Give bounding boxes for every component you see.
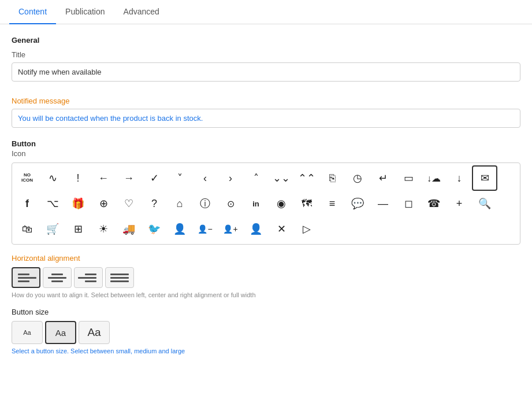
icon-arrow-right[interactable]: → <box>116 165 142 191</box>
icon-user-circle[interactable]: 👤 <box>243 216 269 242</box>
icon-sliders[interactable]: ⊞ <box>65 216 91 242</box>
title-input[interactable] <box>12 62 520 82</box>
icon-plus[interactable]: + <box>447 191 472 216</box>
icon-linkedin[interactable]: in <box>243 191 269 216</box>
icon-user-plus[interactable]: 👤+ <box>218 216 243 242</box>
icon-chevron-right[interactable]: › <box>218 165 243 191</box>
icon-home[interactable]: ⌂ <box>167 191 192 216</box>
icon-clock[interactable]: ◷ <box>345 165 370 191</box>
tab-bar: Content Publication Advanced <box>0 0 532 24</box>
size-large-button[interactable]: Aa <box>79 321 110 344</box>
icon-shopping-cart[interactable]: 🛒 <box>40 216 65 242</box>
icon-grid: NOICON ∿ ! ← → ✓ ˅ ‹ › ˄ ⌄⌄ ⌃⌃ ⎘ ◷ ↵ ▭ ↓… <box>12 162 520 245</box>
general-section-label: General <box>12 36 520 45</box>
icon-shopping-bag[interactable]: 🛍 <box>14 216 40 242</box>
icon-user-minus[interactable]: 👤− <box>192 216 218 242</box>
icon-twitter[interactable]: 🐦 <box>142 216 167 242</box>
general-section: General Title <box>12 36 520 91</box>
icon-rectangle[interactable]: ▭ <box>396 165 421 191</box>
icon-instagram[interactable]: ⊙ <box>218 191 243 216</box>
icon-sun[interactable]: ☀ <box>91 216 116 242</box>
icon-location[interactable]: ◉ <box>269 191 294 216</box>
icon-mail[interactable]: ✉ <box>472 165 497 191</box>
icon-check[interactable]: ✓ <box>142 165 167 191</box>
icon-no-icon[interactable]: NOICON <box>14 165 40 191</box>
icon-gift[interactable]: 🎁 <box>65 191 91 216</box>
icon-message[interactable]: 💬 <box>345 191 370 216</box>
alignment-label: Horizontal alignment <box>12 254 520 263</box>
button-section: Button Icon NOICON ∿ ! ← → ✓ ˅ ‹ › ˄ ⌄⌄ … <box>12 139 520 354</box>
button-section-label: Button <box>12 139 520 148</box>
icon-info[interactable]: ⓘ <box>192 191 218 216</box>
icon-menu[interactable]: ≡ <box>319 191 345 216</box>
icon-minus[interactable]: — <box>370 191 396 216</box>
icon-chevron-up[interactable]: ˄ <box>243 165 269 191</box>
alignment-options <box>12 267 520 288</box>
icon-help[interactable]: ? <box>142 191 167 216</box>
size-options: Aa Aa Aa <box>12 321 520 344</box>
icon-phone[interactable]: ☎ <box>421 191 447 216</box>
tab-content[interactable]: Content <box>9 0 56 24</box>
icon-user[interactable]: 👤 <box>167 216 192 242</box>
icon-chevron-left[interactable]: ‹ <box>192 165 218 191</box>
main-content: General Title Notified message Button Ic… <box>0 24 532 366</box>
icon-filter[interactable]: ⌥ <box>40 191 65 216</box>
icon-heart[interactable]: ♡ <box>116 191 142 216</box>
align-left-button[interactable] <box>12 267 40 288</box>
icon-map[interactable]: 🗺 <box>294 191 319 216</box>
align-right-button[interactable] <box>74 267 103 288</box>
notified-label: Notified message <box>12 97 520 105</box>
tab-publication[interactable]: Publication <box>56 0 114 24</box>
align-full-button[interactable] <box>105 267 134 288</box>
icon-clipboard[interactable]: ⎘ <box>319 165 345 191</box>
icon-globe[interactable]: ⊕ <box>91 191 116 216</box>
icon-download[interactable]: ↓ <box>447 165 472 191</box>
tab-advanced[interactable]: Advanced <box>114 0 169 24</box>
icon-play[interactable]: ▷ <box>294 216 319 242</box>
notified-message-section: Notified message <box>12 97 520 128</box>
size-medium-button[interactable]: Aa <box>45 321 76 344</box>
icon-package[interactable]: ◻ <box>396 191 421 216</box>
icon-facebook[interactable]: f <box>14 191 40 216</box>
title-field-label: Title <box>12 50 520 59</box>
alignment-hint: How do you want to align it. Select betw… <box>12 291 520 298</box>
icon-arrow-left[interactable]: ← <box>91 165 116 191</box>
icon-cloud-download[interactable]: ↓☁ <box>421 165 447 191</box>
align-center-button[interactable] <box>43 267 72 288</box>
size-small-button[interactable]: Aa <box>12 321 43 344</box>
icon-waveform[interactable]: ∿ <box>40 165 65 191</box>
icon-truck[interactable]: 🚚 <box>116 216 142 242</box>
icon-x[interactable]: ✕ <box>269 216 294 242</box>
icon-exclamation[interactable]: ! <box>65 165 91 191</box>
icon-label: Icon <box>12 149 520 158</box>
icon-chevrons-down[interactable]: ⌄⌄ <box>269 165 294 191</box>
icon-enter[interactable]: ↵ <box>370 165 396 191</box>
button-size-label: Button size <box>12 308 520 316</box>
icon-search[interactable]: 🔍 <box>472 191 497 216</box>
icon-chevron-down[interactable]: ˅ <box>167 165 192 191</box>
icon-chevrons-up[interactable]: ⌃⌃ <box>294 165 319 191</box>
notified-input[interactable] <box>12 109 520 128</box>
size-hint: Select a button size. Select between sma… <box>12 348 520 354</box>
